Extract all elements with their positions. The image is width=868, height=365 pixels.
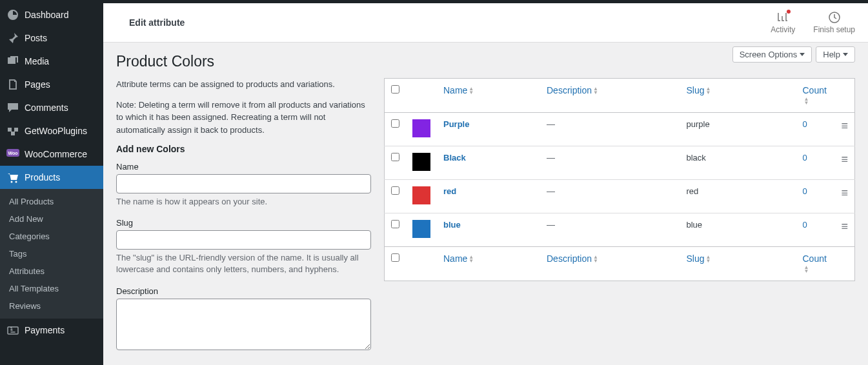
sort-icon: ▲▼ xyxy=(593,255,598,263)
sidebar-sub-add-new[interactable]: Add New xyxy=(0,210,103,228)
term-name-link[interactable]: blue xyxy=(443,220,461,230)
col-name[interactable]: Name xyxy=(443,85,467,95)
term-count-link[interactable]: 0 xyxy=(802,153,807,163)
table-row: Purple—purple0≡ xyxy=(385,113,855,146)
svg-point-6 xyxy=(15,181,17,183)
svg-text:Woo: Woo xyxy=(8,151,17,155)
slug-input[interactable] xyxy=(116,230,371,250)
col-count[interactable]: Count xyxy=(802,85,826,95)
sort-icon: ▲▼ xyxy=(706,87,711,95)
sidebar-sub-categories[interactable]: Categories xyxy=(0,228,103,245)
sidebar-item-label: Dashboard xyxy=(25,10,69,20)
pages-icon xyxy=(6,78,19,91)
table-row: Black—black0≡ xyxy=(385,146,855,180)
intro-text: Attribute terms can be assigned to produ… xyxy=(116,78,371,91)
sidebar-item-label: Comments xyxy=(25,103,68,113)
term-slug: red xyxy=(680,180,796,213)
sort-icon: ▲▼ xyxy=(803,266,809,273)
row-menu-icon[interactable]: ≡ xyxy=(841,220,848,233)
term-description: — xyxy=(547,119,555,129)
term-name-link[interactable]: Purple xyxy=(443,119,469,129)
form-heading: Add new Colors xyxy=(116,144,371,154)
sidebar-item-label: Pages xyxy=(25,79,50,90)
slug-help: The "slug" is the URL-friendly version o… xyxy=(116,252,371,275)
sidebar-sub-attributes[interactable]: Attributes xyxy=(0,262,103,280)
sidebar-item-media[interactable]: Media xyxy=(0,50,103,73)
color-swatch xyxy=(412,186,430,204)
sort-icon: ▲▼ xyxy=(706,255,711,263)
table-row: red—red0≡ xyxy=(385,180,855,213)
col-count-footer[interactable]: Count xyxy=(802,253,826,264)
svg-point-5 xyxy=(11,181,13,183)
comments-icon xyxy=(6,101,19,114)
term-slug: blue xyxy=(680,213,796,247)
activity-button[interactable]: Activity xyxy=(771,11,795,34)
description-input[interactable] xyxy=(116,299,371,350)
sidebar-item-getwooplugins[interactable]: GetWooPlugins xyxy=(0,119,103,143)
name-help: The name is how it appears on your site. xyxy=(116,196,371,208)
sidebar-sub-all-templates[interactable]: All Templates xyxy=(0,280,103,297)
col-slug[interactable]: Slug xyxy=(686,85,704,95)
sidebar-item-label: Media xyxy=(25,56,49,66)
select-all-checkbox-footer[interactable] xyxy=(391,253,399,262)
row-menu-icon[interactable]: ≡ xyxy=(841,119,848,132)
term-count-link[interactable]: 0 xyxy=(802,186,807,196)
main-content: Edit attribute Activity Finish setup xyxy=(103,3,868,365)
row-checkbox[interactable] xyxy=(391,186,399,195)
term-description: — xyxy=(547,220,555,230)
row-menu-icon[interactable]: ≡ xyxy=(841,153,848,166)
term-count-link[interactable]: 0 xyxy=(802,220,807,230)
term-name-link[interactable]: Black xyxy=(443,153,466,163)
dashboard-icon xyxy=(6,8,19,21)
row-menu-icon[interactable]: ≡ xyxy=(841,186,848,199)
products-icon xyxy=(6,171,19,184)
sidebar-item-woocommerce[interactable]: Woo WooCommerce xyxy=(0,143,103,166)
svg-rect-1 xyxy=(14,128,18,132)
woo-icon: Woo xyxy=(6,148,19,161)
sidebar-sub-all-products[interactable]: All Products xyxy=(0,193,103,210)
select-all-checkbox[interactable] xyxy=(391,85,399,94)
name-input[interactable] xyxy=(116,174,371,193)
sidebar-sub-tags[interactable]: Tags xyxy=(0,245,103,262)
sidebar-item-comments[interactable]: Comments xyxy=(0,96,103,119)
help-button[interactable]: Help xyxy=(816,46,855,63)
sidebar-item-label: Products xyxy=(25,172,60,182)
sort-icon: ▲▼ xyxy=(593,87,598,95)
screen-options-button[interactable]: Screen Options xyxy=(732,46,812,63)
term-count-link[interactable]: 0 xyxy=(802,119,807,129)
activity-icon xyxy=(776,11,789,24)
sidebar-sub-reviews[interactable]: Reviews xyxy=(0,297,103,315)
row-checkbox[interactable] xyxy=(391,153,399,161)
col-description[interactable]: Description xyxy=(547,85,592,95)
sidebar-item-products[interactable]: Products xyxy=(0,166,103,189)
sidebar-item-payments[interactable]: $ Payments xyxy=(0,319,103,342)
note-text: Note: Deleting a term will remove it fro… xyxy=(116,99,371,137)
sidebar-item-dashboard[interactable]: Dashboard xyxy=(0,3,103,26)
sort-icon: ▲▼ xyxy=(469,255,474,263)
col-name-footer[interactable]: Name xyxy=(443,253,467,264)
plugins-icon xyxy=(6,124,19,137)
payments-icon: $ xyxy=(6,324,19,337)
sidebar-item-pages[interactable]: Pages xyxy=(0,73,103,96)
help-label: Help xyxy=(823,50,840,59)
col-slug-footer[interactable]: Slug xyxy=(686,253,704,264)
page-title: Edit attribute xyxy=(116,17,185,28)
sidebar-item-posts[interactable]: Posts xyxy=(0,26,103,50)
screen-options-label: Screen Options xyxy=(740,50,798,59)
table-row: blue—blue0≡ xyxy=(385,213,855,247)
col-description-footer[interactable]: Description xyxy=(547,253,592,264)
svg-rect-7 xyxy=(8,327,18,334)
sidebar-item-label: Posts xyxy=(25,33,47,43)
name-label: Name xyxy=(116,162,371,172)
row-checkbox[interactable] xyxy=(391,220,399,228)
term-slug: black xyxy=(680,146,796,180)
svg-rect-0 xyxy=(8,128,12,132)
row-checkbox[interactable] xyxy=(391,119,399,128)
description-label: Description xyxy=(116,286,371,296)
sidebar-item-label: GetWooPlugins xyxy=(25,126,87,136)
term-name-link[interactable]: red xyxy=(443,186,456,196)
finish-setup-button[interactable]: Finish setup xyxy=(813,11,855,34)
color-swatch xyxy=(412,119,430,137)
media-icon xyxy=(6,55,19,68)
slug-label: Slug xyxy=(116,218,371,228)
